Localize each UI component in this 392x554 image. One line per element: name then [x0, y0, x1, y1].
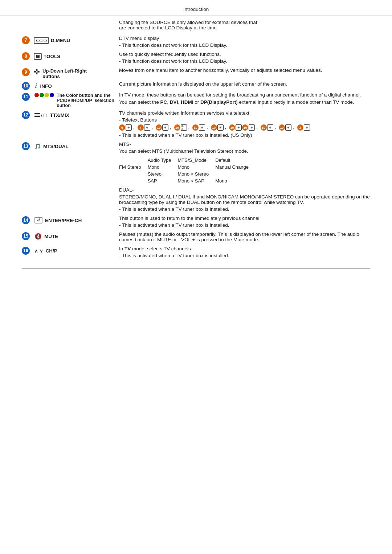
item-11-label: The Color button and the PC/DVI/HDMI/DP …: [57, 93, 107, 108]
mts-r2-c2: Mono < Stereo: [178, 171, 216, 177]
badge-8: 8: [22, 52, 30, 60]
mts-table-header: Audio Type MTS/S_Mode Default: [119, 157, 255, 164]
mts-r1-c3: Manual Change: [215, 164, 255, 171]
item-9-left: 9 ✜ Up-Down Left-Right buttons: [22, 67, 116, 79]
mts-r2-c3: [215, 171, 255, 177]
mts-r2-c0: [119, 171, 148, 177]
mts-r3-c2: Mono < SAP: [178, 177, 216, 184]
item-9-desc: Moves from one menu item to another hori…: [116, 67, 370, 74]
item-8-label: TOOLS: [44, 54, 60, 59]
mts-r1-c1: Mono: [148, 164, 178, 171]
item-11-desc-0: In TV mode, these buttons can be used fo…: [119, 92, 370, 98]
updown-icon: ✜: [34, 68, 40, 75]
mts-row-3: SAP Mono < SAP Mono: [119, 177, 255, 184]
item-16-desc-0: In TV mode, selects TV channels.: [119, 246, 370, 251]
item-10-desc: Current picture information is displayed…: [116, 81, 370, 88]
item-10-desc-0: Current picture information is displayed…: [119, 81, 370, 87]
item-12-desc-2: - This is activated when a TV tuner box …: [119, 132, 370, 138]
item-13-dual-desc: STEREO/MONO, DUAL I / DUAL II and MONO/N…: [119, 194, 370, 205]
tb-10g: 10 ⊕: [279, 124, 291, 131]
item-7-row: 7 ▭▭▭ D.MENU DTV menu display - This fun…: [22, 36, 370, 49]
tb-10: 10 ⊕: [156, 124, 168, 131]
page-header: Introduction: [0, 0, 392, 16]
item-16-label: CH/P: [46, 248, 57, 254]
item-11-row: 11 The Color button and the PC/DVI/HDMI/…: [22, 92, 370, 108]
mts-table: Audio Type MTS/S_Mode Default FM Stereo …: [119, 157, 255, 184]
intro-text: Changing the SOURCE is only allowed for …: [116, 20, 370, 30]
mute-icon: 🔇: [34, 233, 42, 240]
item-8-desc: Use to quickly select frequently used fu…: [116, 52, 370, 65]
item-7-desc-1: - This function does not work for this L…: [119, 42, 370, 48]
intro-line1: Changing the SOURCE is only allowed for …: [119, 20, 370, 25]
item-7-icon-area: 7 ▭▭▭ D.MENU: [22, 36, 70, 44]
item-12-left: 12 / ◻ TTX/MIX: [22, 110, 116, 119]
item-15-icon-area: 15 🔇 MUTE: [22, 232, 58, 240]
tb-6: 6 ⊕: [119, 124, 132, 131]
item-11-desc-1: You can select the PC, DVI, HDMI or DP(D…: [119, 99, 370, 105]
item-16-icon-area: 16 ∧ ∨ CH/P: [22, 247, 57, 255]
item-12-desc: TV channels provide written information …: [116, 110, 370, 139]
item-7-desc-0: DTV menu display: [119, 36, 370, 41]
item-12-icon-area: 12 / ◻ TTX/MIX: [22, 111, 69, 119]
item-10-icon-area: 10 i INFO: [22, 82, 52, 90]
mts-r3-c3: Mono: [215, 177, 255, 184]
item-12-desc-1: - Teletext Buttons: [119, 117, 370, 123]
item-14-desc: This button is used to return to the imm…: [116, 216, 370, 229]
badge-11: 11: [22, 93, 30, 101]
item-9-row: 9 ✜ Up-Down Left-Right buttons Moves fro…: [22, 67, 370, 79]
item-14-left: 14 ⏎ ENTER/PRE-CH: [22, 216, 116, 224]
item-13-desc: MTS- You can select MTS (Multichannel Te…: [116, 141, 370, 213]
mts-r2-c1: Stereo: [148, 171, 178, 177]
footer-divider: [22, 268, 370, 269]
item-16-row: 16 ∧ ∨ CH/P In TV mode, selects TV chann…: [22, 246, 370, 260]
mts-icon: 🎵: [34, 143, 41, 149]
teletext-buttons: 6 ⊕ , 7 ⊕ , 10 ⊕ ,: [119, 124, 370, 131]
item-13-note: - This is activated when a TV tuner box …: [119, 206, 370, 212]
info-icon: i: [35, 83, 37, 89]
item-13-label: MTS/DUAL: [43, 144, 69, 149]
mts-col3-head: Default: [215, 157, 255, 164]
item-15-row: 15 🔇 MUTE Pauses (mutes) the audio outpu…: [22, 231, 370, 244]
item-8-left: 8 ▣ TOOLS: [22, 52, 116, 60]
mts-col1-head: Audio Type: [148, 157, 178, 164]
item-7-desc: DTV menu display - This function does no…: [116, 36, 370, 49]
item-11-desc: In TV mode, these buttons can be used fo…: [116, 92, 370, 106]
badge-14: 14: [22, 216, 30, 224]
item-14-desc-0: This button is used to return to the imm…: [119, 216, 370, 221]
intro-note-row: Changing the SOURCE is only allowed for …: [22, 20, 370, 30]
intro-line2: are connected to the LCD Display at the …: [119, 25, 370, 30]
tb-10f: 10 ⊕: [261, 124, 273, 131]
item-14-label: ENTER/PRE-CH: [45, 218, 82, 223]
badge-15: 15: [22, 232, 30, 240]
tb-10e: 10 ⊕ 10 ⊕: [229, 124, 255, 131]
tools-icon: ▣: [34, 53, 42, 60]
item-13-left: 13 🎵 MTS/DUAL: [22, 141, 116, 150]
mts-row-1: FM Stereo Mono Mono Manual Change: [119, 164, 255, 171]
item-15-label: MUTE: [44, 234, 58, 239]
mts-col0-head: [119, 157, 148, 164]
tb-2: 2 ⊕: [297, 124, 310, 131]
item-10-label: INFO: [40, 83, 52, 89]
item-13-row: 13 🎵 MTS/DUAL MTS- You can select MTS (M…: [22, 141, 370, 213]
item-14-icon-area: 14 ⏎ ENTER/PRE-CH: [22, 216, 82, 224]
chp-icon: ∧ ∨: [34, 248, 43, 254]
page: Introduction Changing the SOURCE is only…: [0, 0, 392, 554]
item-8-desc-0: Use to quickly select frequently used fu…: [119, 52, 370, 57]
header-title: Introduction: [183, 7, 209, 12]
item-11-icon-area: 11 The Color button and the PC/DVI/HDMI/…: [22, 93, 107, 108]
badge-10: 10: [22, 82, 30, 90]
badge-7: 7: [22, 36, 30, 44]
item-15-left: 15 🔇 MUTE: [22, 231, 116, 240]
item-16-desc: In TV mode, selects TV channels. - This …: [116, 246, 370, 260]
color-btn-icon: [34, 93, 54, 97]
enter-icon: ⏎: [34, 217, 42, 223]
item-15-desc-0: Pauses (mutes) the audio output temporar…: [119, 231, 370, 242]
item-11-left: 11 The Color button and the PC/DVI/HDMI/…: [22, 92, 116, 108]
item-9-desc-0: Moves from one menu item to another hori…: [119, 67, 370, 73]
badge-9: 9: [22, 68, 30, 76]
item-8-desc-1: - This function does not work for this L…: [119, 58, 370, 64]
ttx-icon: / ◻: [34, 112, 48, 118]
mts-col2-head: MTS/S_Mode: [178, 157, 216, 164]
item-8-row: 8 ▣ TOOLS Use to quickly select frequent…: [22, 52, 370, 65]
tb-10c: 10 ⊕: [192, 124, 205, 131]
